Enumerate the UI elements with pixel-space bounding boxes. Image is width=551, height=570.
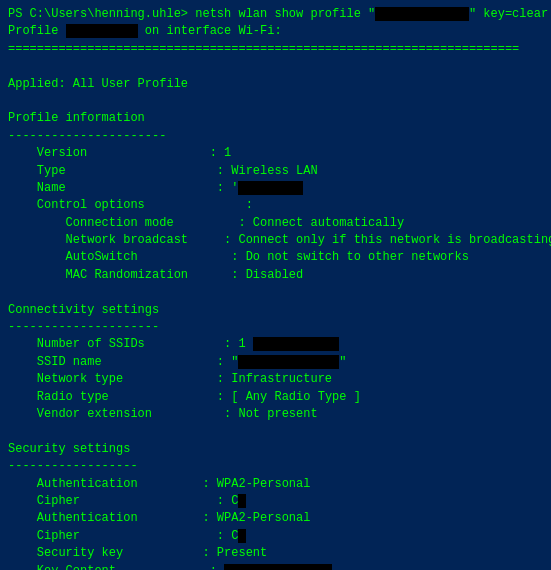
- net-broadcast-line: Network broadcast : Connect only if this…: [8, 232, 543, 249]
- conn-mode-line: Connection mode : Connect automatically: [8, 215, 543, 232]
- redacted-ssid-count: [253, 337, 339, 351]
- seckey-line: Security key : Present: [8, 545, 543, 562]
- divider-line: ========================================…: [8, 41, 543, 58]
- version-line: Version : 1: [8, 145, 543, 162]
- vendor-ext-line: Vendor extension : Not present: [8, 406, 543, 423]
- section-profile-divider: ----------------------: [8, 128, 543, 145]
- section-security-header: Security settings: [8, 441, 543, 458]
- blank-line-2: [8, 93, 543, 110]
- mac-rand-line: MAC Randomization : Disabled: [8, 267, 543, 284]
- redacted-profile-id: [66, 24, 138, 38]
- auth2-line: Authentication : WPA2-Personal: [8, 510, 543, 527]
- command-line: PS C:\Users\henning.uhle> netsh wlan sho…: [8, 6, 543, 23]
- blank-line-3: [8, 284, 543, 301]
- radio-type-line: Radio type : [ Any Radio Type ]: [8, 389, 543, 406]
- keycontent-line: Key Content :: [8, 563, 543, 571]
- redacted-ssid-name: [238, 355, 339, 369]
- applied-line: Applied: All User Profile: [8, 76, 543, 93]
- type-line: Type : Wireless LAN: [8, 163, 543, 180]
- redacted-name: [238, 181, 303, 195]
- section-profile-header: Profile information: [8, 110, 543, 127]
- network-type-line: Network type : Infrastructure: [8, 371, 543, 388]
- blank-line-4: [8, 423, 543, 440]
- auth1-line: Authentication : WPA2-Personal: [8, 476, 543, 493]
- section-security-divider: ------------------: [8, 458, 543, 475]
- redacted-cipher2: -: [238, 529, 245, 543]
- cipher2-line: Cipher : C-: [8, 528, 543, 545]
- prompt: PS C:\Users\henning.uhle>: [8, 7, 188, 21]
- redacted-cipher1: -: [238, 494, 245, 508]
- autoswitch-line: AutoSwitch : Do not switch to other netw…: [8, 249, 543, 266]
- num-ssids-line: Number of SSIDs : 1: [8, 336, 543, 353]
- name-line: Name : ': [8, 180, 543, 197]
- profile-line: Profile on interface Wi-Fi:: [8, 23, 543, 40]
- redacted-key-content: [224, 564, 332, 571]
- ssid-name-line: SSID name : " ": [8, 354, 543, 371]
- command-suffix: " key=clear: [469, 7, 548, 21]
- redacted-profile-name: [375, 7, 469, 21]
- section-connectivity-divider: ---------------------: [8, 319, 543, 336]
- section-connectivity-header: Connectivity settings: [8, 302, 543, 319]
- control-line: Control options :: [8, 197, 543, 214]
- terminal-window: PS C:\Users\henning.uhle> netsh wlan sho…: [8, 6, 543, 570]
- cipher1-line: Cipher : C-: [8, 493, 543, 510]
- blank-line-1: [8, 58, 543, 75]
- command-text: netsh wlan show profile ": [195, 7, 375, 21]
